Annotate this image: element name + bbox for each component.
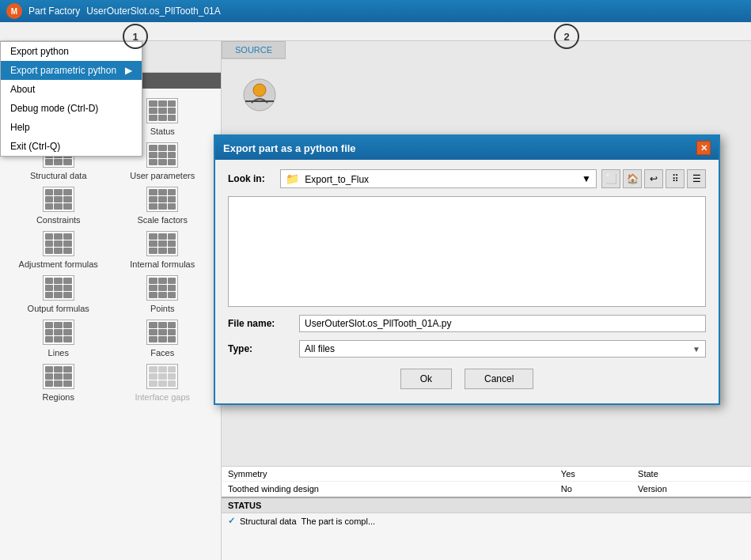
type-row: Type: All files ▼: [228, 340, 706, 358]
cancel-button[interactable]: Cancel: [465, 369, 533, 389]
status-row: ✓ Structural data The part is compl...: [222, 513, 751, 528]
data-item-output-formulas[interactable]: Output formulas: [9, 275, 108, 313]
type-select[interactable]: All files ▼: [299, 340, 706, 358]
app-subtitle: UserOuterSlot.os_PllTooth_01A: [86, 6, 220, 17]
title-bar: M Part Factory UserOuterSlot.os_PllTooth…: [0, 0, 751, 22]
lookin-combo[interactable]: 📁 Export_to_Flux ▼: [280, 169, 597, 188]
internal-formulas-label: Internal formulas: [130, 259, 195, 269]
output-formulas-icon: [43, 275, 74, 301]
data-item-adjustment-formulas[interactable]: Adjustment formulas: [9, 231, 108, 269]
file-browser[interactable]: [228, 196, 706, 307]
regions-label: Regions: [43, 392, 74, 402]
dialog-title: Export part as a python file: [223, 142, 356, 154]
menu-exit[interactable]: Exit (Ctrl-Q): [1, 137, 142, 156]
constraints-label: Constraints: [36, 215, 81, 225]
source-icon-area: [237, 73, 285, 120]
scale-factors-icon: [146, 187, 178, 212]
status-label: Status: [150, 127, 175, 136]
check-icon: ✓: [228, 516, 235, 526]
dropdown-menu[interactable]: Export python Export parametric python ▶…: [0, 41, 142, 157]
table-row: Toothed winding design No Version: [222, 482, 751, 497]
app-logo: M: [6, 3, 22, 19]
menu-help[interactable]: Help: [1, 118, 142, 137]
data-item-scale-factors[interactable]: Scale factors: [114, 187, 212, 225]
faces-label: Faces: [150, 348, 174, 358]
dialog-buttons: Ok Cancel: [228, 364, 706, 394]
ok-button[interactable]: Ok: [400, 369, 452, 389]
home-button[interactable]: 🏠: [623, 169, 642, 188]
lines-icon: [43, 320, 74, 345]
structural-label: Structural data: [30, 171, 87, 180]
points-icon: [146, 275, 178, 301]
dialog-close-button[interactable]: ✕: [696, 141, 711, 155]
svg-point-1: [253, 84, 266, 96]
interface-gaps-icon: [146, 364, 178, 389]
data-item-points[interactable]: Points: [114, 275, 212, 313]
app-title: Part Factory: [28, 6, 80, 17]
status-header: STATUS: [222, 498, 751, 513]
source-tab-area: SOURCE: [222, 41, 286, 59]
regions-icon: [43, 364, 74, 389]
scale-factors-label: Scale factors: [137, 215, 188, 225]
status-structural-label: Structural data: [240, 516, 297, 526]
lookin-label: Look in:: [228, 173, 275, 184]
type-label: Type:: [228, 343, 291, 354]
detail-view-button[interactable]: ☰: [687, 169, 706, 188]
user-parameters-icon: [146, 142, 178, 168]
source-tab[interactable]: SOURCE: [222, 41, 286, 59]
row-label-symmetry: Symmetry: [222, 467, 518, 482]
data-item-constraints[interactable]: Constraints: [9, 187, 108, 225]
dialog-body: Look in: 📁 Export_to_Flux ▼ ⬜ 🏠 ↩ ⠿ ☰: [215, 160, 719, 403]
row-version-winding: Version: [632, 482, 751, 497]
row-value-symmetry: Yes: [555, 467, 632, 482]
data-item-internal-formulas[interactable]: Internal formulas: [114, 231, 212, 269]
output-formulas-label: Output formulas: [28, 304, 89, 313]
row-state-symmetry: State: [632, 467, 751, 482]
type-dropdown-arrow: ▼: [692, 345, 700, 354]
menu-export-python[interactable]: Export python: [1, 42, 142, 61]
lookin-tools: ⬜ 🏠 ↩ ⠿ ☰: [601, 169, 706, 188]
data-item-interface-gaps: Interface gaps: [114, 364, 212, 402]
menu-about[interactable]: About: [1, 80, 142, 99]
filename-label: File name:: [228, 318, 291, 329]
interface-gaps-label: Interface gaps: [135, 392, 190, 402]
status-structural-note: The part is compl...: [302, 516, 376, 526]
list-view-button[interactable]: ⠿: [666, 169, 685, 188]
adjustment-formulas-icon: [43, 231, 74, 256]
back-button[interactable]: ↩: [644, 169, 663, 188]
filename-input[interactable]: [299, 315, 706, 332]
filename-row: File name:: [228, 315, 706, 332]
status-icon: [146, 98, 178, 123]
row-label-winding: Toothed winding design: [222, 482, 518, 497]
constraints-icon: [43, 187, 74, 212]
menu-export-parametric-python[interactable]: Export parametric python ▶: [1, 61, 142, 80]
source-tool-icon: [237, 73, 281, 116]
export-dialog: Export part as a python file ✕ Look in: …: [214, 134, 720, 405]
status-section: STATUS ✓ Structural data The part is com…: [222, 497, 751, 560]
data-item-faces[interactable]: Faces: [114, 320, 212, 358]
dialog-titlebar: Export part as a python file ✕: [215, 136, 719, 160]
data-item-regions[interactable]: Regions: [9, 364, 108, 402]
new-folder-button[interactable]: ⬜: [601, 169, 620, 188]
menu-bar: Export python Export parametric python ▶…: [0, 22, 751, 41]
right-data-table: Symmetry Yes State Toothed winding desig…: [222, 466, 751, 497]
internal-formulas-icon: [146, 231, 178, 256]
faces-icon: [146, 320, 178, 345]
lookin-dropdown-arrow: ▼: [582, 173, 591, 184]
points-label: Points: [150, 304, 175, 313]
folder-icon: 📁: [286, 172, 299, 185]
table-row: Symmetry Yes State: [222, 467, 751, 482]
lookin-row: Look in: 📁 Export_to_Flux ▼ ⬜ 🏠 ↩ ⠿ ☰: [228, 169, 706, 188]
adjustment-formulas-label: Adjustment formulas: [19, 259, 98, 269]
row-value-winding: No: [555, 482, 632, 497]
lines-label: Lines: [48, 348, 69, 358]
user-parameters-label: User parameters: [130, 171, 195, 180]
data-item-lines[interactable]: Lines: [9, 320, 108, 358]
menu-debug-mode[interactable]: Debug mode (Ctrl-D): [1, 99, 142, 118]
